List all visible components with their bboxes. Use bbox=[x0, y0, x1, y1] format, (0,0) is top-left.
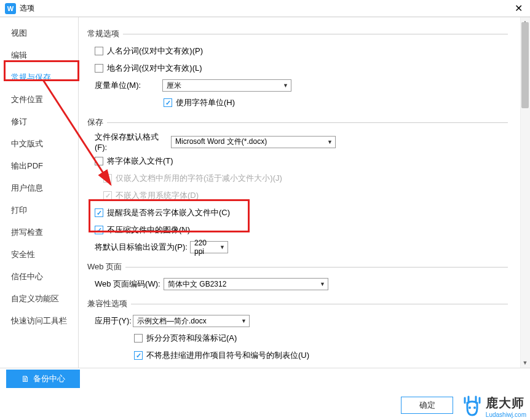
ok-button[interactable]: 确定 bbox=[401, 397, 453, 414]
backup-icon: 🗎 bbox=[21, 374, 30, 384]
checkbox-char-unit[interactable] bbox=[164, 98, 172, 107]
label-default-output: 将默认目标输出设置为(P): bbox=[95, 242, 188, 253]
label-remind-cloud-font: 提醒我是否将云字体嵌入文件中(C) bbox=[107, 207, 230, 218]
label-web-encoding: Web 页面编码(W): bbox=[95, 279, 164, 290]
svg-point-2 bbox=[473, 406, 476, 409]
label-place-segment: 地名分词(仅对中文有效)(L) bbox=[107, 63, 202, 74]
chevron-down-icon: ▼ bbox=[283, 82, 288, 89]
combo-default-output[interactable]: 220 ppi▼ bbox=[190, 241, 228, 253]
chevron-down-icon: ▼ bbox=[327, 139, 333, 145]
label-no-embed-system: 不嵌入常用系统字体(D) bbox=[116, 190, 199, 201]
deer-icon bbox=[460, 394, 485, 419]
label-unit: 度量单位(M): bbox=[95, 80, 162, 91]
backup-center-button[interactable]: 🗎 备份中心 bbox=[6, 370, 80, 388]
watermark-url: Ludashiwj.com bbox=[486, 411, 526, 418]
sidebar-item-edit[interactable]: 编辑 bbox=[0, 44, 78, 66]
svg-point-1 bbox=[469, 406, 471, 409]
checkbox-remind-cloud-font[interactable] bbox=[95, 208, 103, 217]
label-default-format: 文件保存默认格式(F): bbox=[95, 132, 171, 152]
combo-apply-to[interactable]: 示例文档—简介.docx▼ bbox=[133, 315, 250, 327]
label-no-hang-indent: 不将悬挂缩进用作项目符号和编号的制表位(U) bbox=[146, 350, 309, 361]
combo-unit[interactable]: 厘米▼ bbox=[162, 79, 291, 92]
chevron-down-icon: ▼ bbox=[220, 244, 225, 250]
scroll-down-icon[interactable]: ▼ bbox=[521, 359, 529, 367]
sidebar-item-quick-access[interactable]: 快速访问工具栏 bbox=[0, 310, 78, 332]
watermark-text: 鹿大师 bbox=[486, 395, 526, 411]
sidebar-item-view[interactable]: 视图 bbox=[0, 22, 78, 44]
section-general: 常规选项 bbox=[87, 28, 508, 39]
label-char-unit: 使用字符单位(H) bbox=[176, 97, 235, 108]
window-title: 选项 bbox=[20, 3, 512, 14]
footer: 🗎 备份中心 确定 bbox=[0, 368, 530, 420]
sidebar-item-revision[interactable]: 修订 bbox=[0, 111, 78, 133]
chevron-down-icon: ▼ bbox=[320, 281, 325, 287]
checkbox-embed-used-only bbox=[103, 174, 112, 183]
label-embed-used-only: 仅嵌入文档中所用的字符(适于减小文件大小)(J) bbox=[116, 173, 282, 184]
sidebar-item-customize-ribbon[interactable]: 自定义功能区 bbox=[0, 288, 78, 310]
combo-web-encoding[interactable]: 简体中文 GB2312▼ bbox=[164, 278, 328, 290]
sidebar: 视图 编辑 常规与保存 文件位置 修订 中文版式 输出PDF 用户信息 打印 拼… bbox=[0, 17, 79, 368]
scroll-thumb[interactable] bbox=[521, 22, 529, 108]
sidebar-item-chinese-layout[interactable]: 中文版式 bbox=[0, 133, 78, 155]
sidebar-item-user-info[interactable]: 用户信息 bbox=[0, 177, 78, 199]
checkbox-no-embed-system bbox=[103, 191, 112, 200]
sidebar-item-trust-center[interactable]: 信任中心 bbox=[0, 266, 78, 288]
sidebar-item-output-pdf[interactable]: 输出PDF bbox=[0, 155, 78, 177]
checkbox-no-hang-indent[interactable] bbox=[134, 351, 143, 360]
checkbox-no-compress-img[interactable] bbox=[95, 226, 103, 234]
sidebar-item-security[interactable]: 安全性 bbox=[0, 244, 78, 266]
scrollbar[interactable]: ▲ ▼ bbox=[520, 17, 530, 368]
content-pane: 常规选项 人名分词(仅对中文有效)(P) 地名分词(仅对中文有效)(L) 度量单… bbox=[79, 17, 530, 368]
app-icon: W bbox=[5, 3, 16, 14]
label-embed-fonts: 将字体嵌入文件(T) bbox=[107, 156, 173, 167]
combo-default-format[interactable]: Microsoft Word 文件(*.docx)▼ bbox=[171, 136, 336, 148]
checkbox-embed-fonts[interactable] bbox=[95, 157, 103, 165]
section-save: 保存 bbox=[87, 117, 508, 128]
label-no-compress-img: 不压缩文件中的图像(N) bbox=[107, 224, 190, 236]
label-name-segment: 人名分词(仅对中文有效)(P) bbox=[107, 46, 203, 57]
watermark: 鹿大师 Ludashiwj.com bbox=[460, 394, 526, 419]
chevron-down-icon: ▼ bbox=[241, 318, 247, 324]
sidebar-item-spellcheck[interactable]: 拼写检查 bbox=[0, 221, 78, 244]
sidebar-item-print[interactable]: 打印 bbox=[0, 199, 78, 221]
label-apply-to: 应用于(Y): bbox=[95, 315, 133, 327]
checkbox-split-page[interactable] bbox=[134, 334, 143, 343]
sidebar-item-file-location[interactable]: 文件位置 bbox=[0, 89, 78, 111]
section-web: Web 页面 bbox=[87, 261, 508, 272]
checkbox-place-segment[interactable] bbox=[95, 64, 103, 73]
close-button[interactable]: ✕ bbox=[512, 2, 525, 14]
checkbox-name-segment[interactable] bbox=[95, 47, 103, 55]
label-split-page: 拆分分页符和段落标记(A) bbox=[146, 333, 237, 344]
section-compat: 兼容性选项 bbox=[87, 298, 508, 309]
sidebar-item-general-save[interactable]: 常规与保存 bbox=[0, 66, 78, 89]
